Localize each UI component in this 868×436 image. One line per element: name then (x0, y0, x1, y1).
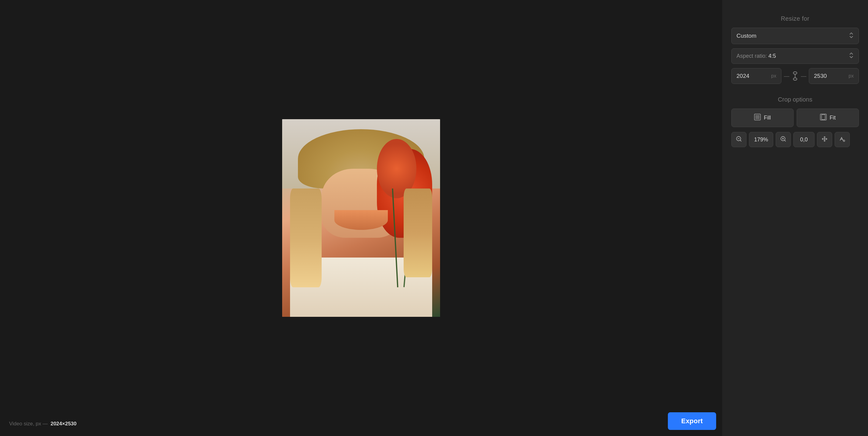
resize-for-value: Custom (737, 32, 756, 39)
zoom-value-display: 179% (749, 132, 773, 147)
dimension-row: 2024 px — — 2530 px (731, 68, 859, 84)
zoom-out-button[interactable] (731, 132, 746, 147)
resize-for-label: Resize for (731, 15, 859, 22)
resize-for-dropdown[interactable]: Custom (731, 28, 859, 44)
dimension-separator2: — (801, 73, 806, 79)
chevron-down-icon2 (849, 52, 854, 60)
height-value: 2530 (814, 73, 827, 79)
svg-rect-2 (793, 78, 797, 80)
chevron-down-icon (849, 32, 854, 39)
bottom-bar: Video size, px — 2024×2530 (0, 412, 722, 436)
svg-rect-4 (755, 115, 760, 119)
svg-rect-6 (822, 115, 825, 119)
photo-background (282, 119, 440, 317)
fit-label: Fit (830, 115, 836, 121)
dimension-separator: — (784, 73, 789, 79)
paint-icon (839, 136, 845, 144)
width-input[interactable]: 2024 px (731, 68, 781, 84)
svg-rect-0 (793, 72, 797, 74)
video-size-value: 2024×2530 (51, 421, 76, 427)
svg-line-13 (784, 140, 786, 141)
image-preview (282, 119, 440, 317)
height-input[interactable]: 2530 px (809, 68, 859, 84)
aspect-ratio-label: Aspect ratio: 4:5 (737, 53, 776, 59)
video-size-prefix: Video size, px — (9, 421, 49, 427)
zoom-in-button[interactable] (776, 132, 791, 147)
fill-icon (754, 114, 761, 122)
svg-rect-5 (820, 114, 827, 120)
svg-line-9 (740, 140, 741, 141)
zoom-row: 179% 0,0 (731, 132, 859, 147)
width-value: 2024 (737, 73, 749, 79)
fit-icon (820, 114, 827, 122)
fill-button[interactable]: Fill (731, 109, 794, 127)
canvas-area (0, 0, 722, 436)
aspect-ratio-value: 4:5 (768, 53, 776, 59)
move-icon (822, 136, 828, 144)
svg-point-17 (843, 140, 845, 141)
zoom-out-icon (736, 136, 742, 144)
rotate-value-display: 0,0 (793, 132, 814, 147)
fill-label: Fill (764, 115, 771, 121)
export-button[interactable]: Export (668, 412, 716, 430)
crop-buttons-row: Fill Fit (731, 109, 859, 127)
zoom-in-icon (780, 136, 786, 144)
height-unit: px (848, 73, 854, 79)
right-panel: Resize for Custom Aspect ratio: 4:5 2024… (722, 0, 868, 436)
crop-options-label: Crop options (731, 96, 859, 103)
aspect-ratio-dropdown[interactable]: Aspect ratio: 4:5 (731, 48, 859, 64)
width-unit: px (771, 73, 776, 79)
move-button[interactable] (817, 132, 832, 147)
paint-button[interactable] (835, 132, 850, 147)
fit-button[interactable]: Fit (797, 109, 859, 127)
link-icon[interactable] (792, 71, 799, 81)
